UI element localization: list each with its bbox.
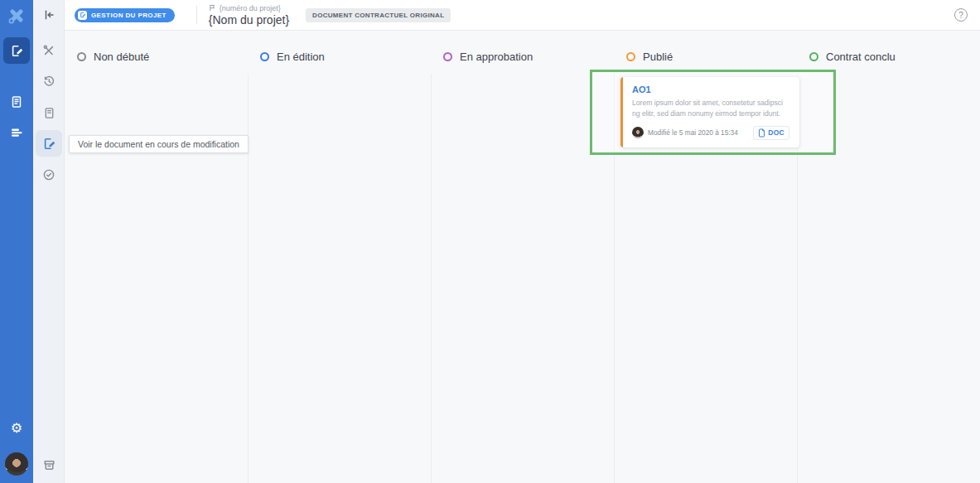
column-header: En édition <box>248 31 431 74</box>
card-modified-text: Modifié le 5 mai 2020 à 15:34 <box>648 128 749 137</box>
document-file-icon <box>758 128 765 138</box>
project-number-row: {numéro du projet} <box>209 4 289 12</box>
column-label: En approbation <box>460 51 533 63</box>
check-circle-icon <box>42 168 56 181</box>
card-footer: Modifié le 5 mai 2020 à 15:34 DOC <box>632 126 789 140</box>
status-circle-icon <box>809 52 818 61</box>
rail-item-document[interactable] <box>36 99 62 126</box>
app-root: { "header": { "project_badge": "GESTION … <box>0 0 980 483</box>
collapse-left-icon <box>42 8 56 22</box>
status-board: Non débuté En édition En approbation Pub… <box>65 31 980 483</box>
card-accent-stripe <box>620 77 623 147</box>
document-lines-icon <box>43 107 56 119</box>
history-clock-icon <box>42 75 56 88</box>
document-icon <box>10 95 23 109</box>
modifier-avatar <box>632 127 644 138</box>
doc-chip-label: DOC <box>768 128 784 137</box>
project-name: {Nom du projet} <box>209 13 289 27</box>
top-header: GESTION DU PROJET {numéro du projet} {No… <box>65 0 980 31</box>
column-header: En approbation <box>431 31 614 74</box>
project-number: {numéro du projet} <box>220 4 281 12</box>
rail-item-tools[interactable] <box>36 37 62 64</box>
document-edit-icon <box>42 137 56 151</box>
project-management-badge[interactable]: GESTION DU PROJET <box>75 8 175 22</box>
archive-box-icon <box>42 458 56 472</box>
secondary-rail <box>33 0 65 483</box>
column-label: En édition <box>277 51 325 63</box>
sidebar-item-project-management[interactable] <box>3 37 30 64</box>
gear-icon: ⚙ <box>11 422 22 435</box>
document-type-tag: DOCUMENT CONTRACTUEL ORIGINAL <box>306 8 451 22</box>
document-edit-mini-icon <box>78 11 87 20</box>
document-card[interactable]: AO1 Lorem ipsum dolor sit amet, consetet… <box>620 77 799 147</box>
help-button[interactable]: ? <box>954 8 968 22</box>
rail-item-history[interactable] <box>36 68 62 94</box>
collapse-panel-button[interactable] <box>36 2 62 28</box>
column-header: Contrat conclu <box>797 31 980 74</box>
sidebar-item-settings[interactable]: ⚙ <box>3 415 30 442</box>
status-circle-icon <box>626 52 635 61</box>
column-label: Non débuté <box>94 51 149 63</box>
primary-sidebar: ⚙ <box>0 0 33 483</box>
sidebar-item-list[interactable] <box>3 119 30 146</box>
rail-item-archive[interactable] <box>36 452 62 478</box>
sidebar-item-documents[interactable] <box>3 89 30 115</box>
column-label: Contrat conclu <box>826 51 896 63</box>
user-avatar[interactable] <box>5 452 28 476</box>
column-non-debute: Non débuté <box>65 31 248 483</box>
column-body[interactable] <box>431 74 614 483</box>
column-header: Non débuté <box>65 31 248 74</box>
column-label: Publié <box>643 51 673 63</box>
column-en-edition: En édition <box>248 31 431 483</box>
project-meta: {numéro du projet} {Nom du projet} <box>209 4 289 27</box>
column-body[interactable] <box>248 74 431 483</box>
header-divider <box>196 6 197 24</box>
badge-label: GESTION DU PROJET <box>91 12 167 19</box>
status-circle-icon <box>443 52 452 61</box>
status-circle-icon <box>77 52 86 61</box>
flag-icon <box>209 4 216 12</box>
doc-chip-button[interactable]: DOC <box>753 126 789 140</box>
rail-item-document-in-edit[interactable] <box>36 130 62 157</box>
column-en-approbation: En approbation <box>431 31 614 483</box>
status-circle-icon <box>260 52 269 61</box>
rail-item-validation[interactable] <box>36 162 62 188</box>
card-title: AO1 <box>632 85 789 94</box>
tools-icon <box>42 44 56 57</box>
card-description: Lorem ipsum dolor sit amet, consetetur s… <box>632 98 789 119</box>
document-edit-icon <box>10 44 24 58</box>
tooltip: Voir le document en cours de modificatio… <box>69 135 249 153</box>
app-logo-icon[interactable] <box>0 0 33 31</box>
column-header: Publié <box>614 31 797 74</box>
list-bars-icon <box>10 126 23 139</box>
